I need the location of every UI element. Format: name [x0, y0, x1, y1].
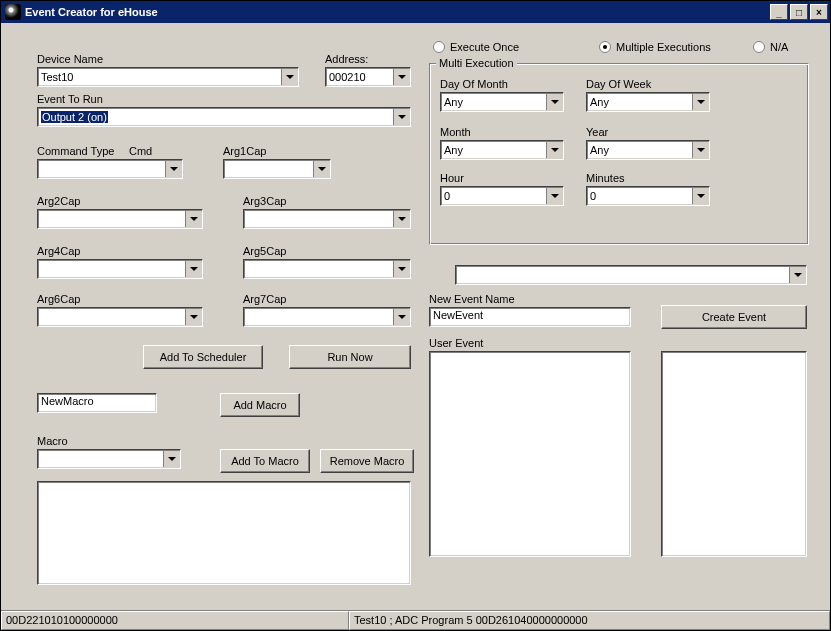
macro-label: Macro: [37, 435, 68, 447]
chevron-down-icon[interactable]: [692, 188, 708, 204]
command-type-combo[interactable]: [37, 159, 183, 179]
maximize-button[interactable]: □: [790, 4, 808, 20]
event-to-run-combo[interactable]: Output 2 (on): [37, 107, 411, 127]
na-radio[interactable]: N/A: [753, 41, 788, 53]
device-name-value: Test10: [41, 71, 281, 83]
minimize-button[interactable]: _: [770, 4, 788, 20]
arg3-combo[interactable]: [243, 209, 411, 229]
macro-combo[interactable]: [37, 449, 181, 469]
chevron-down-icon[interactable]: [393, 211, 409, 227]
minutes-label: Minutes: [586, 172, 625, 184]
arg6-label: Arg6Cap: [37, 293, 80, 305]
user-event-listbox-left[interactable]: [429, 351, 631, 557]
macro-listbox[interactable]: [37, 481, 411, 585]
arg4-combo[interactable]: [37, 259, 203, 279]
year-combo[interactable]: Any: [586, 140, 710, 160]
arg2-label: Arg2Cap: [37, 195, 80, 207]
statusbar: 00D221010100000000 Test10 ; ADC Program …: [1, 610, 830, 630]
multi-execution-group: Multi Execution Day Of Month Any Day Of …: [429, 63, 809, 245]
address-value: 000210: [329, 71, 393, 83]
chevron-down-icon[interactable]: [393, 261, 409, 277]
run-now-button[interactable]: Run Now: [289, 345, 411, 369]
chevron-down-icon[interactable]: [165, 161, 181, 177]
event-to-run-value: Output 2 (on): [41, 111, 393, 123]
execute-once-radio[interactable]: Execute Once: [433, 41, 519, 53]
chevron-down-icon[interactable]: [313, 161, 329, 177]
arg5-label: Arg5Cap: [243, 245, 286, 257]
user-event-listbox-right[interactable]: [661, 351, 807, 557]
arg7-combo[interactable]: [243, 307, 411, 327]
day-of-week-label: Day Of Week: [586, 78, 651, 90]
titlebar: Event Creator for eHouse _ □ ×: [1, 1, 830, 23]
chevron-down-icon[interactable]: [546, 188, 562, 204]
form-body: Device Name Test10 Address: 000210 Event…: [1, 23, 830, 610]
chevron-down-icon[interactable]: [185, 309, 201, 325]
user-event-label: User Event: [429, 337, 483, 349]
event-to-run-label: Event To Run: [37, 93, 103, 105]
chevron-down-icon[interactable]: [393, 309, 409, 325]
close-button[interactable]: ×: [810, 4, 828, 20]
chevron-down-icon[interactable]: [281, 69, 297, 85]
add-macro-button[interactable]: Add Macro: [220, 393, 300, 417]
month-label: Month: [440, 126, 471, 138]
chevron-down-icon[interactable]: [692, 94, 708, 110]
add-to-scheduler-button[interactable]: Add To Scheduler: [143, 345, 263, 369]
app-icon: [5, 4, 21, 20]
new-macro-input[interactable]: NewMacro: [37, 393, 157, 413]
arg4-label: Arg4Cap: [37, 245, 80, 257]
hour-combo[interactable]: 0: [440, 186, 564, 206]
device-name-combo[interactable]: Test10: [37, 67, 299, 87]
status-left: 00D221010100000000: [1, 611, 349, 630]
arg5-combo[interactable]: [243, 259, 411, 279]
arg2-combo[interactable]: [37, 209, 203, 229]
chevron-down-icon[interactable]: [546, 94, 562, 110]
chevron-down-icon[interactable]: [546, 142, 562, 158]
new-event-name-label: New Event Name: [429, 293, 515, 305]
chevron-down-icon[interactable]: [393, 109, 409, 125]
create-event-button[interactable]: Create Event: [661, 305, 807, 329]
arg1-combo[interactable]: [223, 159, 331, 179]
month-combo[interactable]: Any: [440, 140, 564, 160]
chevron-down-icon[interactable]: [185, 261, 201, 277]
remove-macro-button[interactable]: Remove Macro: [320, 449, 414, 473]
day-of-month-label: Day Of Month: [440, 78, 508, 90]
add-to-macro-button[interactable]: Add To Macro: [220, 449, 310, 473]
window-title: Event Creator for eHouse: [25, 6, 770, 18]
multiple-executions-radio[interactable]: Multiple Executions: [599, 41, 711, 53]
arg3-label: Arg3Cap: [243, 195, 286, 207]
arg1-label: Arg1Cap: [223, 145, 266, 157]
chevron-down-icon[interactable]: [163, 451, 179, 467]
command-type-label: Command Type: [37, 145, 114, 157]
arg7-label: Arg7Cap: [243, 293, 286, 305]
unnamed-combo[interactable]: [455, 265, 807, 285]
day-of-week-combo[interactable]: Any: [586, 92, 710, 112]
day-of-month-combo[interactable]: Any: [440, 92, 564, 112]
chevron-down-icon[interactable]: [692, 142, 708, 158]
address-label: Address:: [325, 53, 368, 65]
chevron-down-icon[interactable]: [393, 69, 409, 85]
year-label: Year: [586, 126, 608, 138]
app-window: Event Creator for eHouse _ □ × Device Na…: [0, 0, 831, 631]
hour-label: Hour: [440, 172, 464, 184]
cmd-label: Cmd: [129, 145, 152, 157]
chevron-down-icon[interactable]: [185, 211, 201, 227]
chevron-down-icon[interactable]: [789, 267, 805, 283]
arg6-combo[interactable]: [37, 307, 203, 327]
device-name-label: Device Name: [37, 53, 103, 65]
address-combo[interactable]: 000210: [325, 67, 411, 87]
status-right: Test10 ; ADC Program 5 00D26104000000000…: [349, 611, 830, 630]
minutes-combo[interactable]: 0: [586, 186, 710, 206]
new-event-name-input[interactable]: NewEvent: [429, 307, 631, 327]
